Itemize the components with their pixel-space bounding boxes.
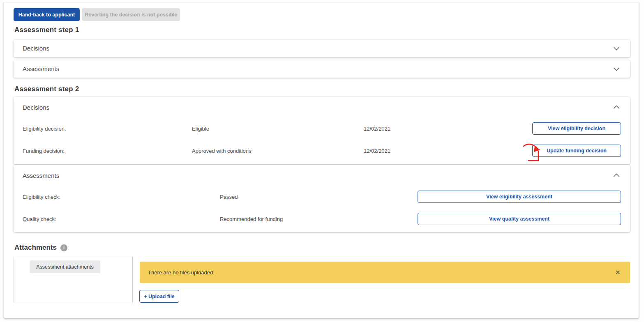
attachments-header: Attachments i (14, 244, 67, 252)
step1-title: Assessment step 1 (14, 26, 79, 34)
no-files-alert: There are no files uploaded. ✕ (140, 262, 630, 283)
chevron-down-icon[interactable] (612, 66, 621, 73)
row-label: Eligibility decision: (23, 126, 66, 132)
view-eligibility-assessment-button[interactable]: View eligibility assessment (418, 191, 621, 203)
attachments-title: Attachments (14, 244, 57, 252)
view-quality-assessment-button[interactable]: View quality assessment (418, 213, 621, 225)
row-date: 12/02/2021 (364, 148, 390, 154)
panel-title: Decisions (23, 104, 49, 111)
row-label: Eligibility check: (23, 194, 60, 200)
row-label: Quality check: (23, 216, 56, 222)
alert-message: There are no files uploaded. (148, 269, 215, 276)
assessment-page: Hand-back to applicant Reverting the dec… (0, 0, 644, 322)
row-value: Eligible (192, 126, 209, 132)
step2-title: Assessment step 2 (14, 85, 79, 93)
row-label: Funding decision: (23, 148, 65, 154)
step2-assessments-panel: Assessments Eligibility check: Passed Vi… (14, 165, 630, 232)
attachments-tab-box: Assessment attachments (14, 257, 133, 303)
chevron-up-icon[interactable] (612, 172, 621, 179)
step1-assessments-panel[interactable]: Assessments (14, 60, 630, 78)
panel-title: Decisions (23, 40, 49, 57)
view-eligibility-decision-button[interactable]: View eligibility decision (532, 122, 621, 135)
chevron-down-icon[interactable] (612, 45, 621, 52)
close-icon[interactable]: ✕ (614, 268, 622, 277)
row-value: Recommended for funding (220, 216, 283, 222)
panel-title: Assessments (23, 60, 59, 78)
update-funding-decision-button[interactable]: Update funding decision (532, 145, 621, 157)
row-value: Approved with conditions (192, 148, 252, 154)
eligibility-decision-row: Eligibility decision: Eligible 12/02/202… (14, 122, 630, 135)
hand-back-button[interactable]: Hand-back to applicant (14, 8, 80, 21)
info-icon[interactable]: i (60, 244, 67, 251)
row-value: Passed (220, 194, 238, 200)
revert-decision-disabled-button: Reverting the decision is not possible (82, 8, 180, 21)
quality-check-row: Quality check: Recommended for funding V… (14, 213, 630, 225)
step2-decisions-panel: Decisions Eligibility decision: Eligible… (14, 97, 630, 164)
eligibility-check-row: Eligibility check: Passed View eligibili… (14, 191, 630, 203)
tab-assessment-attachments[interactable]: Assessment attachments (30, 260, 100, 273)
step1-decisions-panel[interactable]: Decisions (14, 40, 630, 57)
chevron-up-icon[interactable] (612, 104, 621, 110)
funding-decision-row: Funding decision: Approved with conditio… (14, 145, 630, 157)
row-date: 12/02/2021 (364, 126, 390, 132)
upload-file-button[interactable]: + Upload file (139, 290, 179, 303)
panel-title: Assessments (23, 172, 59, 179)
